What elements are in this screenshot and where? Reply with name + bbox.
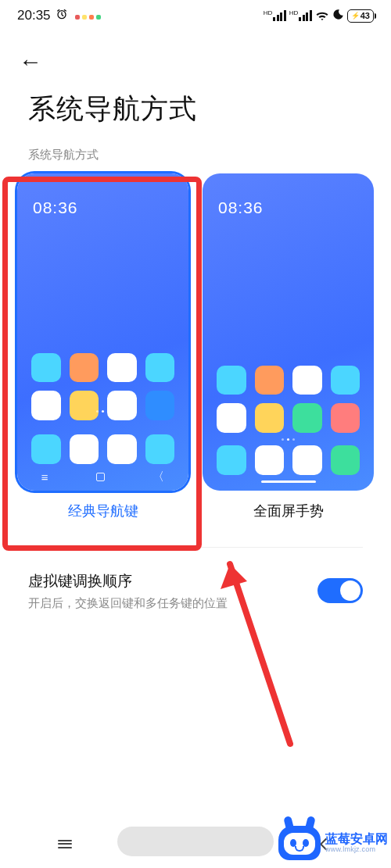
page-title: 系统导航方式: [0, 81, 391, 148]
charging-icon: ⚡: [351, 12, 360, 20]
watermark-name: 蓝莓安卓网: [325, 832, 388, 846]
recents-icon: ≡: [41, 470, 48, 484]
annotation-arrow-icon: [216, 548, 302, 752]
status-bar: 20:35 HD HD ⚡ 43: [0, 0, 391, 31]
option-label-gesture: 全面屏手势: [253, 502, 324, 520]
wifi-icon: [315, 10, 329, 21]
header-row: ←: [0, 31, 391, 81]
toggle-knob: [340, 580, 361, 601]
preview-gesture: 08:36: [203, 173, 374, 491]
device-recents-button[interactable]: [0, 838, 131, 850]
signal-1: HD: [264, 10, 286, 21]
preview-app-grid: [203, 366, 374, 433]
gesture-bar-icon: [261, 480, 316, 483]
alarm-icon: [56, 8, 68, 24]
watermark-url: www.lmkjz.com: [325, 846, 388, 854]
status-left: 20:35: [17, 8, 101, 24]
status-time: 20:35: [17, 8, 51, 23]
swap-keys-setting[interactable]: 虚拟键调换顺序 开启后，交换返回键和多任务键的位置: [0, 548, 391, 611]
back-button[interactable]: ←: [19, 48, 42, 74]
option-classic-nav[interactable]: 08:36 ≡ 〈 经典导航键: [17, 173, 188, 520]
preview-time: 08:36: [203, 173, 374, 217]
page-indicator: [203, 438, 374, 441]
option-label-classic: 经典导航键: [68, 502, 138, 520]
status-right: HD HD ⚡ 43: [264, 9, 374, 23]
back-icon: 〈: [152, 470, 164, 484]
preview-dock: [17, 434, 188, 464]
dnd-icon: [332, 9, 344, 23]
notification-dots: [73, 8, 101, 23]
section-label: 系统导航方式: [0, 148, 391, 173]
page-indicator: [17, 410, 188, 413]
mascot-icon: [278, 826, 321, 860]
preview-time: 08:36: [17, 173, 188, 217]
nav-pill-bg: [117, 827, 274, 856]
nav-options-row: 08:36 ≡ 〈 经典导航键 08:36: [0, 173, 391, 520]
watermark: 蓝莓安卓网 www.lmkjz.com: [278, 826, 388, 860]
home-icon: [96, 473, 105, 481]
three-button-nav-icon: ≡ 〈: [17, 464, 188, 491]
battery-pct: 43: [361, 11, 370, 20]
option-gesture-nav[interactable]: 08:36 全面屏手势: [203, 173, 374, 520]
battery-indicator: ⚡ 43: [347, 9, 374, 23]
swap-keys-toggle[interactable]: [317, 578, 363, 603]
signal-2: HD: [289, 10, 312, 21]
preview-dock: [203, 445, 374, 475]
preview-classic: 08:36 ≡ 〈: [17, 173, 188, 491]
